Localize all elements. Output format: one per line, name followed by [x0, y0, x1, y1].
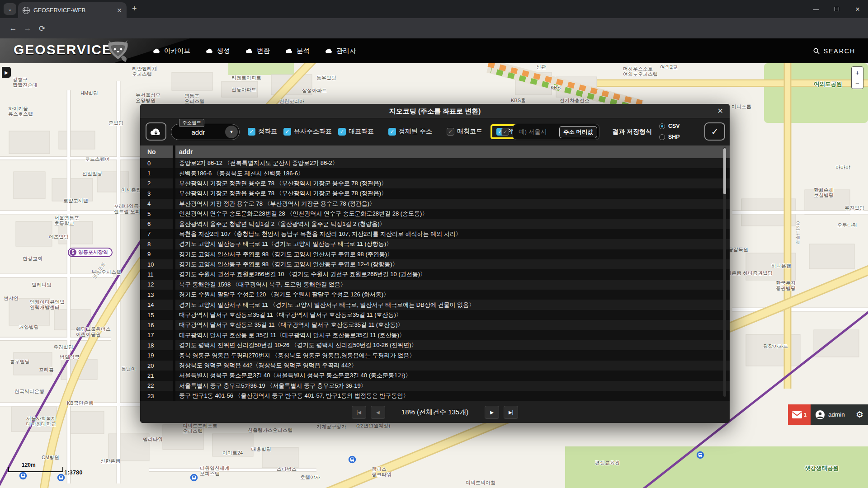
table-row[interactable]: 15 대구광역시 달서구 호산동로35길 11〈대구광역시 달서구 호산동로35…: [140, 310, 730, 320]
row-number: 17: [140, 330, 173, 340]
table-row[interactable]: 23 중구 반구1동 401-56 〈울산광역시 중구 반구동 401-57, …: [140, 391, 730, 401]
table-row[interactable]: 22 서울특별시 중구 충무로5가36-19 〈서울특별시 중구 충무로5가 3…: [140, 381, 730, 391]
table-row[interactable]: 1 신백동186-6 〈충청북도 제천시 신백동 186-6〉: [140, 168, 730, 178]
modal-close-icon[interactable]: ✕: [717, 107, 723, 115]
scrollbar-thumb[interactable]: [723, 148, 726, 194]
table-row[interactable]: 2 부산광역시 기장군 정관면 용수로 78 〈부산광역시 기장군 용수로 78…: [140, 178, 730, 188]
sidebar-toggle-button[interactable]: ▶: [2, 67, 11, 78]
option-checkbox[interactable]: ✓ 유사주소좌표: [283, 127, 332, 136]
back-button[interactable]: ←: [6, 22, 20, 35]
prefix-enable-checkbox[interactable]: ✓: [501, 128, 509, 136]
table-row[interactable]: 18 경기도 평택시 진위면 신리길50번길 10-26 〈경기도 평택시 신리…: [140, 340, 730, 350]
table-row[interactable]: 10 경기도 고양시 일산동구 주엽로 98〈경기도 고양시 일산동구 주엽로 …: [140, 259, 730, 269]
table-row[interactable]: 6 울산광역시 울주군 청량면 덕정1길 2〈울산광역시 울주군 덕정1길 2 …: [140, 219, 730, 229]
zoom-in-button[interactable]: +: [852, 67, 863, 78]
upload-file-button[interactable]: [146, 122, 166, 141]
map-label: 삼성아파트: [302, 88, 327, 93]
row-address: 충북 영동군 영동읍 두평리270번지 〈충청북도 영동군 영동읍,영동읍에는 …: [175, 352, 415, 360]
maximize-button[interactable]: [826, 0, 847, 18]
mail-notification-button[interactable]: 1: [788, 404, 811, 425]
map-label: 서울사회복지 대학원대학교: [26, 416, 56, 427]
bus-stop-icon: [190, 474, 198, 482]
save-format-label: 결과 저장형식: [612, 128, 652, 136]
menu-item[interactable]: 생성: [206, 47, 230, 55]
modal-controls: 주소필드 addr ▼ ✓ 정좌표 ✓ 유사주소좌표 ✓ 대표좌표: [140, 118, 730, 145]
map-label: 대흥빌딩: [251, 446, 271, 452]
geocoding-modal: 지오코딩 (주소를 좌표로 변환) ✕ 주소필드 addr ▼ ✓ 정좌표 ✓: [140, 104, 730, 423]
table-row[interactable]: 9 경기도 고양시 일산서구 주엽로 98〈경기도 고양시 일산서구 주엽로 9…: [140, 249, 730, 259]
table-row[interactable]: 11 경기도 수원시 권선구 효원로266번길 10 〈경기도 수원시 권선구 …: [140, 269, 730, 279]
row-number: 6: [140, 219, 173, 229]
table-row[interactable]: 7 목천읍 지산2리 107〈충청남도 천안시 동남구 목천읍 지산리 107,…: [140, 229, 730, 239]
settings-gear-icon[interactable]: ⚙: [856, 409, 863, 420]
new-tab-button[interactable]: +: [132, 4, 137, 14]
navbar-search[interactable]: SEARCH: [813, 38, 855, 63]
row-address: 경기도 수원시 팔달구 수성로 120 〈경기도 수원시 팔달구 수성로 126…: [175, 291, 389, 299]
close-window-button[interactable]: ✕: [847, 0, 868, 18]
option-checkbox[interactable]: ✓ 정제된 주소: [388, 127, 432, 136]
minimize-button[interactable]: —: [806, 0, 826, 18]
menu-item[interactable]: 아카이브: [153, 47, 190, 55]
checkbox-check-icon: ✓: [248, 128, 255, 136]
row-address: 울산광역시 울주군 청량면 덕정1길 2〈울산광역시 울주군 덕정1길 2 (청…: [175, 220, 385, 228]
row-address: 북구 동해안길 1598 〈대구광역시 북구, 도로명 동해안길 없음〉: [175, 281, 346, 289]
table-row[interactable]: 16 대구광역시 달서구 호산동로 35길 11〈대구광역시 달서구 호산동로3…: [140, 320, 730, 330]
map-label: 서울영등포 초등학교: [54, 215, 79, 226]
zoom-out-button[interactable]: −: [852, 78, 863, 89]
table-row[interactable]: 12 북구 동해안길 1598 〈대구광역시 북구, 도로명 동해안길 없음〉: [140, 280, 730, 290]
option-checkbox[interactable]: ✓ 정좌표: [248, 127, 277, 136]
table-row[interactable]: 19 충북 영동군 영동읍 두평리270번지 〈충청북도 영동군 영동읍,영동읍…: [140, 350, 730, 360]
modal-titlebar: 지오코딩 (주소를 좌표로 변환) ✕: [140, 104, 730, 118]
map-label: 오투타워: [837, 222, 857, 228]
checkbox-label: 매칭코드: [457, 127, 482, 136]
map-label: 평생교육원: [595, 460, 620, 465]
menu-item[interactable]: 관리자: [325, 47, 356, 55]
format-radio[interactable]: SHP: [659, 131, 680, 142]
table-row[interactable]: 8 경기도 고양시 일산동구 태극로 11〈경기도 고양시 일산동구 태극로 1…: [140, 239, 730, 249]
option-checkbox[interactable]: ✓ 대표좌표: [338, 127, 374, 136]
option-checkbox[interactable]: ✓ 매칭코드: [447, 127, 482, 136]
prefix-header-button[interactable]: 주소 머리값: [559, 126, 597, 138]
chevron-down-icon[interactable]: ▼: [225, 126, 238, 138]
row-address: 인천광역시 연수구 송도문화로28번길 28 〈인천광역시 연수구 송도문화로2…: [175, 210, 428, 218]
subway-station-badge[interactable]: 5 영등포시장역: [68, 248, 113, 257]
tab-close-icon[interactable]: ✕: [117, 7, 122, 14]
table-scrollbar[interactable]: [723, 147, 726, 397]
table-row[interactable]: 3 부산광역시 기장군 정관읍 용수로 78 〈부산광역시 기장군 용수로 78…: [140, 188, 730, 198]
table-row[interactable]: 20 경상북도 영덕군 영덕읍 442〈경상북도 영덕군 영덕읍 우곡리 442…: [140, 361, 730, 371]
modal-pagination: |◀ ◀ 18% (전체건수 135개) ▶ ▶|: [140, 401, 730, 423]
table-row[interactable]: 17 대구광역시 달서구 호산동 로 35길 11〈대구광역시 달서구 호산동로…: [140, 330, 730, 340]
reload-button[interactable]: ⟳: [35, 22, 49, 35]
prev-page-button[interactable]: ◀: [371, 406, 385, 419]
table-row[interactable]: 14 경기도 고양시 일산서구 태극로 11 〈경기도 고양시 일산서구 태극로…: [140, 300, 730, 310]
forward-button[interactable]: →: [21, 22, 34, 35]
prefix-input[interactable]: 예) 서울시 주소 머리값: [513, 124, 599, 140]
browser-tab[interactable]: GEOSERVICE-WEB ✕: [18, 2, 127, 18]
map-label: 썬샤인: [4, 296, 19, 301]
map-label: KBS: [551, 85, 561, 90]
table-row[interactable]: 5 인천광역시 연수구 송도문화로28번길 28 〈인천광역시 연수구 송도문화…: [140, 209, 730, 219]
map-label: 신동아파트: [231, 87, 256, 92]
table-row[interactable]: 0 중앙로2가 86-12 〈전북특별자치도 군산시 중앙로2가 86-2〉: [140, 158, 730, 168]
row-number: 4: [140, 199, 173, 209]
table-row[interactable]: 13 경기도 수원시 팔달구 수성로 120 〈경기도 수원시 팔달구 수성로 …: [140, 290, 730, 300]
map-label: 여의도의아침: [466, 480, 495, 485]
confirm-run-button[interactable]: ✓: [704, 122, 725, 141]
map-label: 미니스톱: [731, 104, 751, 109]
table-row[interactable]: 21 서울특별시 성북구 동소문로3길 40〈서울특별시 성북구 동소문로3길 …: [140, 371, 730, 380]
envelope-icon: [792, 411, 802, 418]
app-logo[interactable]: GEOSERVICE: [14, 42, 112, 57]
first-page-button[interactable]: |◀: [352, 406, 366, 419]
tab-search-button[interactable]: ⌄: [4, 3, 16, 15]
map-label: 흥무빌딩: [10, 359, 30, 364]
menu-item[interactable]: 분석: [285, 47, 310, 55]
menu-item[interactable]: 변환: [245, 47, 270, 55]
last-page-button[interactable]: ▶|: [504, 406, 518, 419]
checkbox-label: 대표좌표: [349, 127, 374, 136]
next-page-button[interactable]: ▶: [485, 406, 499, 419]
subway-station-name: 영등포시장역: [78, 249, 108, 256]
menu-item-icon: [285, 47, 293, 55]
map-label: 챔피스 링크타워: [372, 466, 392, 477]
table-row[interactable]: 4 부산광역시 기장 정관 용수로 78 〈부산광역시 기장군 용수로 78 (…: [140, 199, 730, 209]
format-radio[interactable]: CSV: [659, 121, 680, 131]
